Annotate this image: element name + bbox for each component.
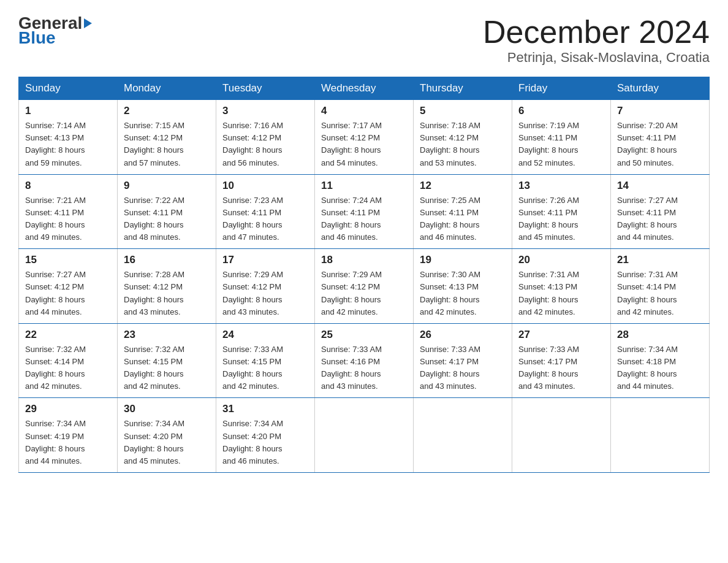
calendar-day-cell: 24Sunrise: 7:33 AMSunset: 4:15 PMDayligh… [216,323,315,398]
day-number: 20 [518,254,604,266]
day-info: Sunrise: 7:25 AMSunset: 4:11 PMDaylight:… [420,194,506,244]
day-info: Sunrise: 7:17 AMSunset: 4:12 PMDaylight:… [321,120,407,169]
calendar-week-row: 15Sunrise: 7:27 AMSunset: 4:12 PMDayligh… [19,249,710,324]
calendar-day-cell: 2Sunrise: 7:15 AMSunset: 4:12 PMDaylight… [118,100,216,175]
calendar-day-cell: 29Sunrise: 7:34 AMSunset: 4:19 PMDayligh… [19,398,118,473]
calendar-week-row: 8Sunrise: 7:21 AMSunset: 4:11 PMDaylight… [19,174,710,249]
day-number: 30 [124,403,210,415]
day-info: Sunrise: 7:34 AMSunset: 4:19 PMDaylight:… [25,418,111,467]
calendar-day-cell: 9Sunrise: 7:22 AMSunset: 4:11 PMDaylight… [118,174,216,249]
day-number: 9 [124,180,210,192]
day-info: Sunrise: 7:15 AMSunset: 4:12 PMDaylight:… [124,120,210,169]
day-info: Sunrise: 7:34 AMSunset: 4:18 PMDaylight:… [617,343,703,393]
logo-arrow-icon [84,18,92,28]
day-number: 19 [420,254,506,266]
calendar-day-cell: 30Sunrise: 7:34 AMSunset: 4:20 PMDayligh… [118,398,216,473]
calendar-day-cell: 7Sunrise: 7:20 AMSunset: 4:11 PMDaylight… [611,100,710,175]
day-number: 29 [25,403,111,415]
day-info: Sunrise: 7:18 AMSunset: 4:12 PMDaylight:… [420,120,506,169]
calendar-day-cell: 5Sunrise: 7:18 AMSunset: 4:12 PMDaylight… [414,100,512,175]
calendar-day-cell [611,398,710,473]
day-info: Sunrise: 7:23 AMSunset: 4:11 PMDaylight:… [222,194,308,244]
day-info: Sunrise: 7:20 AMSunset: 4:11 PMDaylight:… [617,120,703,169]
calendar-day-cell: 27Sunrise: 7:33 AMSunset: 4:17 PMDayligh… [512,323,611,398]
title-area: December 2024 Petrinja, Sisak-Moslavina,… [483,15,710,66]
day-number: 26 [420,329,506,341]
day-number: 5 [420,105,506,117]
calendar-day-cell: 13Sunrise: 7:26 AMSunset: 4:11 PMDayligh… [512,174,611,249]
day-info: Sunrise: 7:29 AMSunset: 4:12 PMDaylight:… [321,269,407,318]
calendar-header-friday: Friday [512,77,611,100]
calendar-day-cell: 6Sunrise: 7:19 AMSunset: 4:11 PMDaylight… [512,100,611,175]
calendar-day-cell: 1Sunrise: 7:14 AMSunset: 4:13 PMDaylight… [19,100,118,175]
day-number: 14 [617,180,703,192]
day-number: 17 [222,254,308,266]
calendar-table: SundayMondayTuesdayWednesdayThursdayFrid… [18,77,710,473]
calendar-day-cell: 14Sunrise: 7:27 AMSunset: 4:11 PMDayligh… [611,174,710,249]
page-title: December 2024 [483,15,710,50]
day-info: Sunrise: 7:33 AMSunset: 4:17 PMDaylight:… [518,343,604,393]
calendar-header-row: SundayMondayTuesdayWednesdayThursdayFrid… [19,77,710,100]
day-info: Sunrise: 7:27 AMSunset: 4:11 PMDaylight:… [617,194,703,244]
day-number: 16 [124,254,210,266]
day-number: 6 [518,105,604,117]
calendar-day-cell [512,398,611,473]
calendar-day-cell: 8Sunrise: 7:21 AMSunset: 4:11 PMDaylight… [19,174,118,249]
calendar-day-cell: 19Sunrise: 7:30 AMSunset: 4:13 PMDayligh… [414,249,512,324]
calendar-header-saturday: Saturday [611,77,710,100]
day-number: 15 [25,254,111,266]
calendar-day-cell [315,398,414,473]
day-info: Sunrise: 7:21 AMSunset: 4:11 PMDaylight:… [25,194,111,244]
calendar-day-cell: 31Sunrise: 7:34 AMSunset: 4:20 PMDayligh… [216,398,315,473]
day-number: 22 [25,329,111,341]
day-number: 27 [518,329,604,341]
day-info: Sunrise: 7:34 AMSunset: 4:20 PMDaylight:… [124,418,210,467]
calendar-day-cell: 11Sunrise: 7:24 AMSunset: 4:11 PMDayligh… [315,174,414,249]
calendar-day-cell: 15Sunrise: 7:27 AMSunset: 4:12 PMDayligh… [19,249,118,324]
calendar-header-wednesday: Wednesday [315,77,414,100]
day-number: 2 [124,105,210,117]
day-number: 18 [321,254,407,266]
day-info: Sunrise: 7:27 AMSunset: 4:12 PMDaylight:… [25,269,111,318]
calendar-day-cell: 18Sunrise: 7:29 AMSunset: 4:12 PMDayligh… [315,249,414,324]
calendar-day-cell: 28Sunrise: 7:34 AMSunset: 4:18 PMDayligh… [611,323,710,398]
day-number: 7 [617,105,703,117]
page-header: General Blue December 2024 Petrinja, Sis… [18,15,710,66]
calendar-day-cell: 3Sunrise: 7:16 AMSunset: 4:12 PMDaylight… [216,100,315,175]
day-info: Sunrise: 7:32 AMSunset: 4:14 PMDaylight:… [25,343,111,393]
calendar-day-cell: 22Sunrise: 7:32 AMSunset: 4:14 PMDayligh… [19,323,118,398]
day-info: Sunrise: 7:30 AMSunset: 4:13 PMDaylight:… [420,269,506,318]
day-number: 11 [321,180,407,192]
day-info: Sunrise: 7:34 AMSunset: 4:20 PMDaylight:… [222,418,308,467]
day-number: 4 [321,105,407,117]
logo-blue-text: Blue [18,29,92,47]
calendar-day-cell: 26Sunrise: 7:33 AMSunset: 4:17 PMDayligh… [414,323,512,398]
calendar-week-row: 29Sunrise: 7:34 AMSunset: 4:19 PMDayligh… [19,398,710,473]
day-info: Sunrise: 7:24 AMSunset: 4:11 PMDaylight:… [321,194,407,244]
calendar-day-cell [414,398,512,473]
day-number: 31 [222,403,308,415]
calendar-header-thursday: Thursday [414,77,512,100]
day-info: Sunrise: 7:14 AMSunset: 4:13 PMDaylight:… [25,120,111,169]
day-number: 10 [222,180,308,192]
logo: General Blue [18,15,92,47]
day-info: Sunrise: 7:29 AMSunset: 4:12 PMDaylight:… [222,269,308,318]
day-info: Sunrise: 7:31 AMSunset: 4:14 PMDaylight:… [617,269,703,318]
day-number: 13 [518,180,604,192]
day-number: 21 [617,254,703,266]
calendar-day-cell: 17Sunrise: 7:29 AMSunset: 4:12 PMDayligh… [216,249,315,324]
calendar-day-cell: 16Sunrise: 7:28 AMSunset: 4:12 PMDayligh… [118,249,216,324]
day-number: 8 [25,180,111,192]
calendar-header-tuesday: Tuesday [216,77,315,100]
day-number: 28 [617,329,703,341]
calendar-day-cell: 4Sunrise: 7:17 AMSunset: 4:12 PMDaylight… [315,100,414,175]
day-number: 12 [420,180,506,192]
calendar-header-monday: Monday [118,77,216,100]
day-info: Sunrise: 7:19 AMSunset: 4:11 PMDaylight:… [518,120,604,169]
day-number: 23 [124,329,210,341]
calendar-day-cell: 25Sunrise: 7:33 AMSunset: 4:16 PMDayligh… [315,323,414,398]
calendar-week-row: 22Sunrise: 7:32 AMSunset: 4:14 PMDayligh… [19,323,710,398]
day-number: 1 [25,105,111,117]
calendar-day-cell: 20Sunrise: 7:31 AMSunset: 4:13 PMDayligh… [512,249,611,324]
day-info: Sunrise: 7:32 AMSunset: 4:15 PMDaylight:… [124,343,210,393]
